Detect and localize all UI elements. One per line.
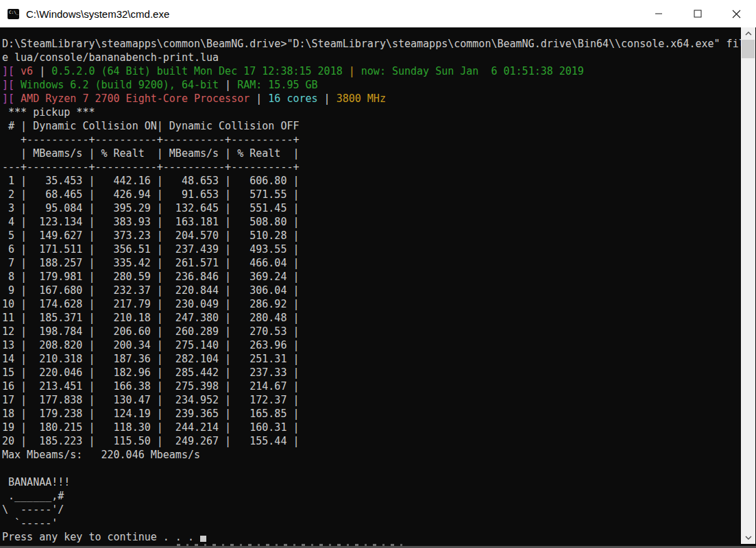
console-line: 10 | 174.628 | 217.79 | 230.049 | 286.92… xyxy=(2,297,756,311)
console-line: 14 | 210.318 | 187.36 | 282.104 | 251.31… xyxy=(2,352,756,366)
console-line: .______,# xyxy=(2,489,756,503)
console-line: +----------+----------+----------+------… xyxy=(2,133,756,147)
close-icon xyxy=(732,10,741,18)
console-line: ][ AMD Ryzen 7 2700 Eight-Core Processor… xyxy=(2,92,756,105)
scroll-up-button[interactable] xyxy=(741,27,755,40)
console-line: BANANAA!!! xyxy=(2,475,756,489)
console-prompt-line: Press any key to continue . . . xyxy=(2,530,756,544)
console-line: \ -----'/ xyxy=(2,503,756,516)
console-line: 12 | 198.784 | 206.60 | 260.289 | 270.53… xyxy=(2,325,756,338)
console-output[interactable]: D:\SteamLibrary\steamapps\common\BeamNG.… xyxy=(0,27,756,546)
vertical-scrollbar[interactable] xyxy=(741,27,755,544)
console-line: ][ v6 | 0.5.2.0 (64 Bit) built Mon Dec 1… xyxy=(2,64,756,78)
console-line: 13 | 208.820 | 200.34 | 275.140 | 263.96… xyxy=(2,338,756,352)
minimize-button[interactable] xyxy=(639,0,678,27)
console-line: 19 | 180.215 | 118.30 | 244.214 | 160.31… xyxy=(2,421,756,434)
console-line xyxy=(2,462,756,475)
cmd-window: C:\_ C:\Windows\system32\cmd.exe D:\Stea… xyxy=(0,0,756,548)
console-line: 1 | 35.453 | 442.16 | 48.653 | 606.80 | xyxy=(2,174,756,188)
console-line: 3 | 95.084 | 395.29 | 132.645 | 551.45 | xyxy=(2,201,756,215)
console-line: 8 | 179.981 | 280.59 | 236.846 | 369.24 … xyxy=(2,270,756,284)
scroll-down-button[interactable] xyxy=(741,532,755,544)
minimize-icon xyxy=(655,10,663,18)
console-text: D:\SteamLibrary\steamapps\common\BeamNG.… xyxy=(0,27,756,544)
console-line: ][ Windows 6.2 (build 9200), 64-bit | RA… xyxy=(2,78,756,92)
console-line: e lua/console/bananabench-print.lua xyxy=(2,51,756,64)
console-line: | MBeams/s | % Realt | MBeams/s | % Real… xyxy=(2,147,756,160)
console-lines: D:\SteamLibrary\steamapps\common\BeamNG.… xyxy=(2,37,756,530)
maximize-button[interactable] xyxy=(678,0,717,27)
console-line: # | Dynamic Collision ON| Dynamic Collis… xyxy=(2,119,756,133)
console-line: 11 | 185.371 | 210.18 | 247.380 | 280.48… xyxy=(2,311,756,325)
console-line: 6 | 171.511 | 356.51 | 237.439 | 493.55 … xyxy=(2,242,756,256)
title-bar[interactable]: C:\_ C:\Windows\system32\cmd.exe xyxy=(0,0,756,27)
window-controls xyxy=(639,0,756,27)
text-cursor xyxy=(200,536,206,542)
console-line: 17 | 177.838 | 130.47 | 234.952 | 172.37… xyxy=(2,393,756,407)
maximize-icon xyxy=(694,10,702,18)
console-line: 20 | 185.223 | 115.50 | 249.267 | 155.44… xyxy=(2,434,756,448)
console-line: 16 | 213.451 | 166.38 | 275.398 | 214.67… xyxy=(2,379,756,393)
console-line: Max Mbeams/s: 220.046 Mbeams/s xyxy=(2,448,756,462)
chevron-down-icon xyxy=(745,536,752,540)
scrollbar-thumb[interactable] xyxy=(742,40,755,58)
chevron-up-icon xyxy=(745,32,752,36)
console-line: 7 | 188.257 | 335.42 | 261.571 | 466.04 … xyxy=(2,256,756,270)
console-line: 15 | 220.046 | 182.96 | 285.442 | 237.33… xyxy=(2,366,756,379)
console-line: 2 | 68.465 | 426.94 | 91.653 | 571.55 | xyxy=(2,188,756,201)
console-line: `-----' xyxy=(2,516,756,530)
console-line: 4 | 123.134 | 383.93 | 163.181 | 508.80 … xyxy=(2,215,756,229)
console-line: 5 | 149.627 | 373.23 | 204.570 | 510.28 … xyxy=(2,229,756,242)
window-title: C:\Windows\system32\cmd.exe xyxy=(26,8,169,20)
console-line: 9 | 167.680 | 232.37 | 220.844 | 306.04 … xyxy=(2,284,756,297)
close-button[interactable] xyxy=(717,0,756,27)
console-line: 18 | 179.238 | 124.19 | 239.365 | 165.85… xyxy=(2,407,756,421)
cmd-icon[interactable]: C:\_ xyxy=(8,9,19,19)
console-line: ---+----------+----------+----------+---… xyxy=(2,160,756,174)
console-line: *** pickup *** xyxy=(2,105,756,119)
prompt-text: Press any key to continue . . . xyxy=(2,531,200,543)
console-line: D:\SteamLibrary\steamapps\common\BeamNG.… xyxy=(2,37,756,51)
